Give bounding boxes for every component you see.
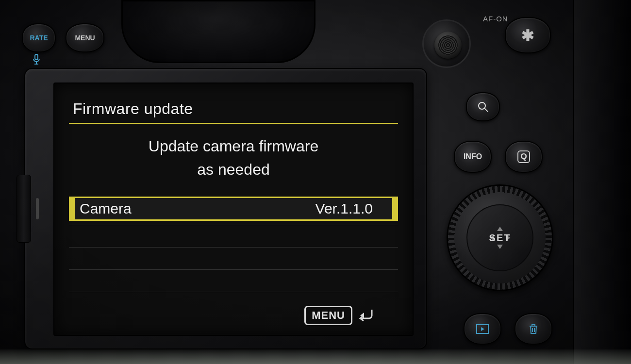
lcd-screen[interactable]: Firmware update Update camera firmware a… [53,83,414,336]
menu-back-hint: MENU [304,306,374,325]
q-icon: Q [517,150,530,163]
empty-row [69,225,398,247]
empty-row-group [69,225,398,314]
delete-button[interactable] [515,313,552,345]
menu-label: MENU [75,34,95,42]
quick-control-button[interactable]: Q [505,141,543,173]
svg-point-3 [479,102,485,109]
dpad-up-icon[interactable] [497,227,503,231]
empty-row [69,269,398,292]
af-on-label: AF-ON [483,15,508,23]
set-button[interactable]: SET [498,235,502,240]
svg-line-4 [484,108,488,112]
playback-button[interactable] [464,313,501,345]
joystick-nub[interactable] [434,32,462,59]
magnify-icon [477,100,489,113]
empty-row [69,247,398,269]
ae-lock-star-button[interactable]: ✱ [505,17,551,53]
firmware-row-label: Camera [80,200,132,217]
menu-button[interactable]: MENU [66,23,104,52]
screen-title: Firmware update [69,98,398,124]
set-label: SET [489,232,511,244]
lcd-hinge [17,175,31,243]
magnify-button[interactable] [466,92,500,121]
back-arrow-icon [357,308,374,323]
mic-icon [32,53,41,68]
star-icon: ✱ [521,26,534,45]
dial-dpad[interactable]: SET [466,204,533,271]
subtitle-line-2: as needed [69,158,398,181]
info-button[interactable]: INFO [454,141,492,173]
table-surface [0,349,631,364]
trash-icon [528,323,539,335]
playback-icon [476,324,489,334]
rate-button[interactable]: RATE [22,23,56,52]
multi-controller-joystick[interactable] [422,19,471,68]
dpad-down-icon[interactable] [497,245,503,249]
info-label: INFO [464,152,482,161]
lcd-bezel: Firmware update Update camera firmware a… [24,68,427,349]
quick-control-dial[interactable]: SET [447,184,553,291]
firmware-row-selected[interactable]: Camera Ver.1.1.0 [69,197,398,221]
menu-hint-label: MENU [304,306,352,325]
rate-label: RATE [30,34,48,42]
viewfinder-housing [121,0,316,63]
svg-marker-5 [481,327,484,331]
camera-body: RATE MENU AF-ON ✱ INFO Q [0,0,631,364]
svg-rect-0 [35,54,38,60]
camera-grip [573,0,631,364]
subtitle-line-1: Update camera firmware [69,134,398,158]
screen-subtitle: Update camera firmware as needed [69,134,398,181]
lcd-alignment-mark [36,198,39,219]
firmware-row-value: Ver.1.1.0 [316,200,373,217]
